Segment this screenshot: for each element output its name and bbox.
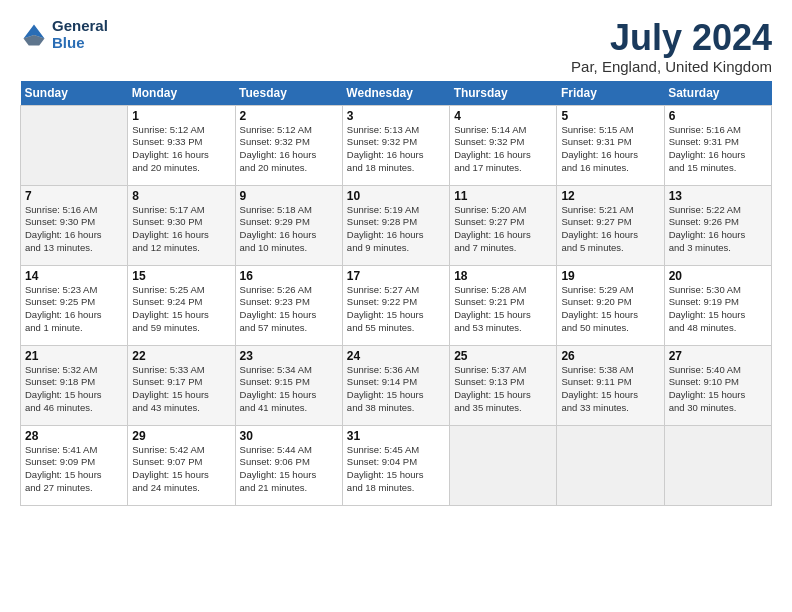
day-info: Sunrise: 5:36 AM Sunset: 9:14 PM Dayligh…	[347, 364, 445, 415]
calendar-week-row: 28Sunrise: 5:41 AM Sunset: 9:09 PM Dayli…	[21, 425, 772, 505]
day-number: 23	[240, 349, 338, 363]
calendar-week-row: 1Sunrise: 5:12 AM Sunset: 9:33 PM Daylig…	[21, 105, 772, 185]
day-number: 19	[561, 269, 659, 283]
calendar-cell: 2Sunrise: 5:12 AM Sunset: 9:32 PM Daylig…	[235, 105, 342, 185]
day-number: 3	[347, 109, 445, 123]
day-info: Sunrise: 5:30 AM Sunset: 9:19 PM Dayligh…	[669, 284, 767, 335]
day-number: 15	[132, 269, 230, 283]
day-number: 8	[132, 189, 230, 203]
calendar-cell: 28Sunrise: 5:41 AM Sunset: 9:09 PM Dayli…	[21, 425, 128, 505]
calendar-cell: 12Sunrise: 5:21 AM Sunset: 9:27 PM Dayli…	[557, 185, 664, 265]
day-info: Sunrise: 5:33 AM Sunset: 9:17 PM Dayligh…	[132, 364, 230, 415]
day-number: 5	[561, 109, 659, 123]
day-info: Sunrise: 5:13 AM Sunset: 9:32 PM Dayligh…	[347, 124, 445, 175]
day-number: 16	[240, 269, 338, 283]
day-info: Sunrise: 5:18 AM Sunset: 9:29 PM Dayligh…	[240, 204, 338, 255]
day-number: 20	[669, 269, 767, 283]
weekday-header-wednesday: Wednesday	[342, 81, 449, 106]
day-number: 27	[669, 349, 767, 363]
day-number: 31	[347, 429, 445, 443]
calendar-cell	[450, 425, 557, 505]
title-block: July 2024 Par, England, United Kingdom	[571, 18, 772, 75]
calendar-cell	[21, 105, 128, 185]
logo: General Blue	[20, 18, 108, 51]
day-info: Sunrise: 5:34 AM Sunset: 9:15 PM Dayligh…	[240, 364, 338, 415]
calendar-cell	[664, 425, 771, 505]
weekday-header-thursday: Thursday	[450, 81, 557, 106]
calendar-cell: 20Sunrise: 5:30 AM Sunset: 9:19 PM Dayli…	[664, 265, 771, 345]
day-number: 11	[454, 189, 552, 203]
day-info: Sunrise: 5:29 AM Sunset: 9:20 PM Dayligh…	[561, 284, 659, 335]
day-info: Sunrise: 5:12 AM Sunset: 9:32 PM Dayligh…	[240, 124, 338, 175]
weekday-header-tuesday: Tuesday	[235, 81, 342, 106]
day-info: Sunrise: 5:27 AM Sunset: 9:22 PM Dayligh…	[347, 284, 445, 335]
header: General Blue July 2024 Par, England, Uni…	[20, 18, 772, 75]
calendar-cell: 10Sunrise: 5:19 AM Sunset: 9:28 PM Dayli…	[342, 185, 449, 265]
weekday-header-saturday: Saturday	[664, 81, 771, 106]
calendar-table: SundayMondayTuesdayWednesdayThursdayFrid…	[20, 81, 772, 506]
calendar-week-row: 7Sunrise: 5:16 AM Sunset: 9:30 PM Daylig…	[21, 185, 772, 265]
calendar-cell: 7Sunrise: 5:16 AM Sunset: 9:30 PM Daylig…	[21, 185, 128, 265]
calendar-cell: 1Sunrise: 5:12 AM Sunset: 9:33 PM Daylig…	[128, 105, 235, 185]
calendar-cell: 31Sunrise: 5:45 AM Sunset: 9:04 PM Dayli…	[342, 425, 449, 505]
day-info: Sunrise: 5:42 AM Sunset: 9:07 PM Dayligh…	[132, 444, 230, 495]
calendar-cell: 9Sunrise: 5:18 AM Sunset: 9:29 PM Daylig…	[235, 185, 342, 265]
calendar-cell: 29Sunrise: 5:42 AM Sunset: 9:07 PM Dayli…	[128, 425, 235, 505]
day-info: Sunrise: 5:37 AM Sunset: 9:13 PM Dayligh…	[454, 364, 552, 415]
day-info: Sunrise: 5:28 AM Sunset: 9:21 PM Dayligh…	[454, 284, 552, 335]
calendar-cell: 19Sunrise: 5:29 AM Sunset: 9:20 PM Dayli…	[557, 265, 664, 345]
calendar-cell: 24Sunrise: 5:36 AM Sunset: 9:14 PM Dayli…	[342, 345, 449, 425]
calendar-cell: 8Sunrise: 5:17 AM Sunset: 9:30 PM Daylig…	[128, 185, 235, 265]
weekday-header-monday: Monday	[128, 81, 235, 106]
day-info: Sunrise: 5:12 AM Sunset: 9:33 PM Dayligh…	[132, 124, 230, 175]
day-number: 26	[561, 349, 659, 363]
day-info: Sunrise: 5:41 AM Sunset: 9:09 PM Dayligh…	[25, 444, 123, 495]
day-info: Sunrise: 5:19 AM Sunset: 9:28 PM Dayligh…	[347, 204, 445, 255]
day-info: Sunrise: 5:23 AM Sunset: 9:25 PM Dayligh…	[25, 284, 123, 335]
day-info: Sunrise: 5:16 AM Sunset: 9:30 PM Dayligh…	[25, 204, 123, 255]
calendar-cell: 27Sunrise: 5:40 AM Sunset: 9:10 PM Dayli…	[664, 345, 771, 425]
day-number: 21	[25, 349, 123, 363]
logo-text-general: General	[52, 18, 108, 35]
day-info: Sunrise: 5:22 AM Sunset: 9:26 PM Dayligh…	[669, 204, 767, 255]
day-info: Sunrise: 5:14 AM Sunset: 9:32 PM Dayligh…	[454, 124, 552, 175]
day-number: 4	[454, 109, 552, 123]
day-info: Sunrise: 5:25 AM Sunset: 9:24 PM Dayligh…	[132, 284, 230, 335]
day-number: 1	[132, 109, 230, 123]
day-number: 24	[347, 349, 445, 363]
day-number: 18	[454, 269, 552, 283]
day-info: Sunrise: 5:21 AM Sunset: 9:27 PM Dayligh…	[561, 204, 659, 255]
calendar-week-row: 21Sunrise: 5:32 AM Sunset: 9:18 PM Dayli…	[21, 345, 772, 425]
day-info: Sunrise: 5:38 AM Sunset: 9:11 PM Dayligh…	[561, 364, 659, 415]
logo-icon	[20, 21, 48, 49]
calendar-cell: 22Sunrise: 5:33 AM Sunset: 9:17 PM Dayli…	[128, 345, 235, 425]
calendar-cell: 15Sunrise: 5:25 AM Sunset: 9:24 PM Dayli…	[128, 265, 235, 345]
calendar-cell: 21Sunrise: 5:32 AM Sunset: 9:18 PM Dayli…	[21, 345, 128, 425]
logo-text-blue: Blue	[52, 35, 108, 52]
day-info: Sunrise: 5:26 AM Sunset: 9:23 PM Dayligh…	[240, 284, 338, 335]
main-title: July 2024	[571, 18, 772, 58]
day-number: 6	[669, 109, 767, 123]
calendar-cell: 4Sunrise: 5:14 AM Sunset: 9:32 PM Daylig…	[450, 105, 557, 185]
day-info: Sunrise: 5:32 AM Sunset: 9:18 PM Dayligh…	[25, 364, 123, 415]
day-number: 29	[132, 429, 230, 443]
calendar-cell: 13Sunrise: 5:22 AM Sunset: 9:26 PM Dayli…	[664, 185, 771, 265]
page: General Blue July 2024 Par, England, Uni…	[0, 0, 792, 516]
day-info: Sunrise: 5:45 AM Sunset: 9:04 PM Dayligh…	[347, 444, 445, 495]
day-info: Sunrise: 5:40 AM Sunset: 9:10 PM Dayligh…	[669, 364, 767, 415]
calendar-cell: 6Sunrise: 5:16 AM Sunset: 9:31 PM Daylig…	[664, 105, 771, 185]
weekday-header-row: SundayMondayTuesdayWednesdayThursdayFrid…	[21, 81, 772, 106]
calendar-cell: 30Sunrise: 5:44 AM Sunset: 9:06 PM Dayli…	[235, 425, 342, 505]
calendar-cell: 26Sunrise: 5:38 AM Sunset: 9:11 PM Dayli…	[557, 345, 664, 425]
calendar-cell: 25Sunrise: 5:37 AM Sunset: 9:13 PM Dayli…	[450, 345, 557, 425]
calendar-cell: 3Sunrise: 5:13 AM Sunset: 9:32 PM Daylig…	[342, 105, 449, 185]
day-info: Sunrise: 5:44 AM Sunset: 9:06 PM Dayligh…	[240, 444, 338, 495]
calendar-cell: 17Sunrise: 5:27 AM Sunset: 9:22 PM Dayli…	[342, 265, 449, 345]
day-number: 14	[25, 269, 123, 283]
day-number: 22	[132, 349, 230, 363]
calendar-cell	[557, 425, 664, 505]
day-info: Sunrise: 5:16 AM Sunset: 9:31 PM Dayligh…	[669, 124, 767, 175]
day-number: 12	[561, 189, 659, 203]
calendar-cell: 23Sunrise: 5:34 AM Sunset: 9:15 PM Dayli…	[235, 345, 342, 425]
subtitle: Par, England, United Kingdom	[571, 58, 772, 75]
